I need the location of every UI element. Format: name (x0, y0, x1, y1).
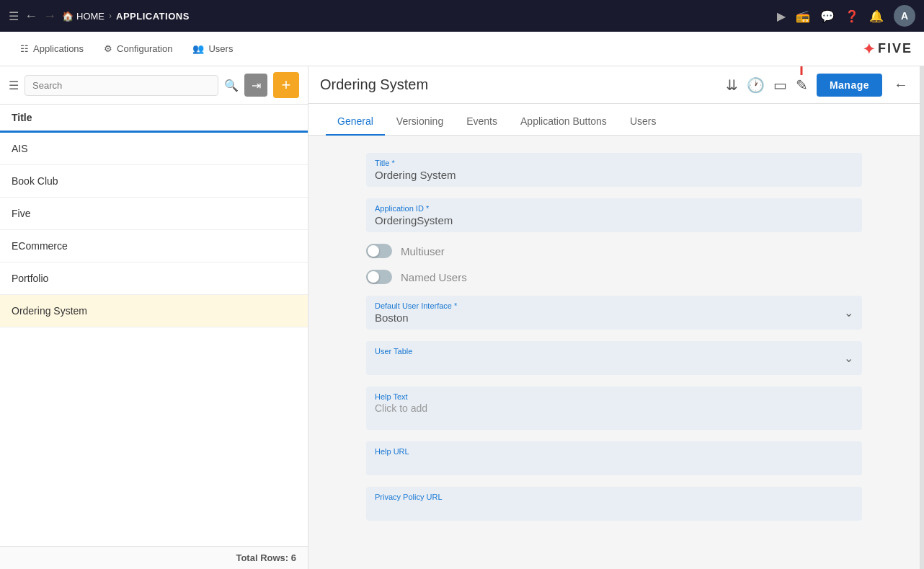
help-text-field-inner[interactable]: Help Text Click to add (366, 387, 862, 430)
default-ui-value: Boston (375, 312, 457, 324)
search-input[interactable] (25, 75, 218, 96)
sidebar-item-five[interactable]: Five (0, 198, 308, 230)
content-actions: ⇊ 🕐 ▭ ✎ Manage ← (726, 74, 908, 97)
avatar[interactable]: A (894, 5, 915, 27)
sidebar-item-label: Five (12, 208, 30, 219)
hamburger-icon[interactable]: ☰ (9, 9, 19, 23)
tab-versioning[interactable]: Versioning (385, 108, 455, 136)
podcast-icon[interactable]: 📻 (796, 9, 810, 23)
edit-icon[interactable]: ✎ (796, 76, 808, 94)
users-icon: 👥 (192, 43, 204, 54)
app-id-value: OrderingSystem (375, 214, 853, 226)
back-button-top[interactable]: ← (25, 9, 37, 24)
app-id-field: Application ID * OrderingSystem (366, 198, 862, 232)
help-url-field-inner[interactable]: Help URL (366, 441, 862, 475)
five-logo-text: FIVE (878, 41, 912, 56)
default-ui-field-inner[interactable]: Default User Interface * Boston ⌄ (366, 296, 862, 330)
sidebar-item-label: Book Club (12, 175, 58, 187)
user-table-field-inner[interactable]: User Table ⌄ (366, 341, 862, 375)
chat-icon[interactable]: 💬 (820, 9, 835, 23)
sidebar-item-ordering-system[interactable]: Ordering System (0, 295, 308, 327)
sidebar-item-label: AIS (12, 143, 28, 154)
sidebar-item-label: ECommerce (12, 240, 68, 252)
nav-separator: › (109, 11, 112, 21)
privacy-policy-value (375, 503, 853, 515)
app-id-label: Application ID * (375, 204, 853, 213)
nav-item-applications[interactable]: ☷ Applications (12, 38, 92, 60)
users-nav-label: Users (208, 43, 233, 54)
help-url-field: Help URL (366, 441, 862, 475)
import-icon: ⇥ (252, 79, 261, 92)
dropdown-chevron-icon: ⌄ (844, 306, 853, 319)
manage-button[interactable]: Manage (817, 74, 882, 97)
default-ui-content: Default User Interface * Boston (375, 301, 457, 324)
named-users-toggle[interactable] (366, 270, 392, 284)
main-layout: ☰ 🔍 ⇥ + Title AIS Book Club (0, 66, 924, 569)
nav-item-users[interactable]: 👥 Users (184, 38, 241, 60)
form-content: Title * Ordering System Application ID *… (308, 136, 920, 569)
applications-icon: ☷ (20, 43, 29, 54)
help-text-field: Help Text Click to add (366, 387, 862, 430)
help-icon[interactable]: ❓ (845, 9, 859, 23)
add-button[interactable]: + (273, 72, 299, 98)
toggle-knob (368, 245, 379, 257)
tab-application-buttons[interactable]: Application Buttons (509, 108, 618, 136)
default-ui-field: Default User Interface * Boston ⌄ (366, 296, 862, 330)
copy-icon[interactable]: ▭ (773, 76, 787, 94)
five-logo-star: ✦ (863, 40, 875, 58)
tab-general[interactable]: General (326, 108, 385, 136)
help-text-placeholder[interactable]: Click to add (375, 402, 853, 414)
add-icon: + (282, 76, 291, 94)
title-field-label: Title * (375, 159, 853, 167)
page-title: Ordering System (320, 76, 726, 93)
back-arrow-icon[interactable]: ← (894, 76, 908, 93)
tab-users[interactable]: Users (618, 108, 668, 136)
privacy-policy-field: Privacy Policy URL (366, 487, 862, 521)
search-icon[interactable]: 🔍 (224, 79, 239, 92)
title-field-inner[interactable]: Title * Ordering System (366, 153, 862, 187)
sidebar-item-portfolio[interactable]: Portfolio (0, 263, 308, 295)
second-bar: ☷ Applications ⚙ Configuration 👥 Users ✦… (0, 32, 924, 66)
sidebar-footer: Total Rows: 6 (0, 546, 308, 569)
help-url-value (375, 457, 853, 469)
filter-icon[interactable]: ☰ (9, 79, 19, 92)
tabs-bar: General Versioning Events Application Bu… (308, 104, 920, 136)
help-text-label: Help Text (375, 392, 853, 401)
sidebar-item-book-club[interactable]: Book Club (0, 165, 308, 198)
title-field-value: Ordering System (375, 169, 853, 181)
total-rows-label: Total Rows: 6 (236, 552, 296, 563)
privacy-policy-field-inner[interactable]: Privacy Policy URL (366, 487, 862, 521)
user-table-value (375, 357, 412, 369)
top-nav: 🏠 HOME › APPLICATIONS (62, 11, 771, 22)
home-label[interactable]: HOME (76, 11, 105, 22)
sidebar-item-ais[interactable]: AIS (0, 133, 308, 165)
sidebar-item-label: Portfolio (12, 273, 48, 284)
named-users-row: Named Users (366, 270, 862, 284)
sidebar-header-label: Title (12, 112, 32, 123)
app-id-field-inner[interactable]: Application ID * OrderingSystem (366, 198, 862, 232)
scroll-track[interactable] (920, 66, 924, 569)
import-button[interactable]: ⇥ (244, 74, 267, 97)
multiuser-row: Multiuser (366, 244, 862, 258)
history-icon[interactable]: 🕐 (747, 76, 765, 94)
home-nav[interactable]: 🏠 HOME (62, 11, 105, 22)
notifications-icon[interactable]: 🔔 (869, 9, 884, 23)
user-table-chevron-icon: ⌄ (844, 351, 853, 365)
named-users-label: Named Users (401, 271, 467, 283)
tab-events[interactable]: Events (455, 108, 509, 136)
help-url-label: Help URL (375, 447, 853, 456)
nav-item-configuration[interactable]: ⚙ Configuration (95, 38, 181, 60)
sidebar-item-label: Ordering System (12, 305, 87, 317)
five-logo: ✦ FIVE (863, 40, 912, 58)
sidebar-list: AIS Book Club Five ECommerce Portfolio O… (0, 133, 308, 546)
configuration-icon: ⚙ (104, 43, 112, 54)
forward-button-top[interactable]: → (43, 9, 56, 24)
multiuser-toggle[interactable] (366, 244, 392, 258)
sidebar-item-ecommerce[interactable]: ECommerce (0, 230, 308, 263)
sidebar-header: Title (0, 105, 308, 133)
sidebar-toolbar: ☰ 🔍 ⇥ + (0, 66, 308, 105)
download-icon[interactable]: ⇊ (726, 76, 738, 94)
top-bar-actions: ▶ 📻 💬 ❓ 🔔 A (777, 5, 915, 27)
play-icon[interactable]: ▶ (777, 9, 786, 23)
content-header: Ordering System ⇊ 🕐 ▭ ✎ Manage ← (308, 66, 920, 104)
